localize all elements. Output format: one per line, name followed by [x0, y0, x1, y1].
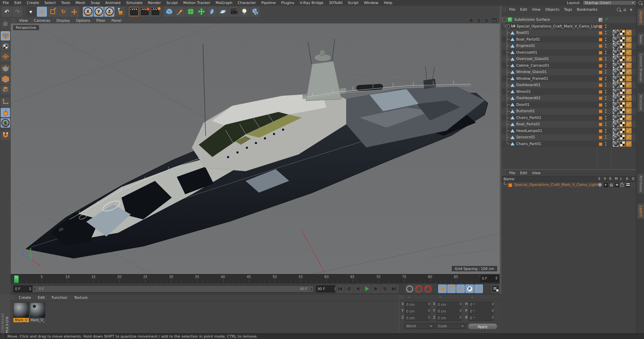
spinner-arrows[interactable]: [460, 309, 462, 312]
workplane-mode-button[interactable]: [1, 52, 10, 61]
visibility-dots[interactable]: [605, 44, 606, 48]
uvw-tag[interactable]: [620, 50, 625, 55]
object-manager-menu-view[interactable]: View: [530, 7, 543, 12]
redo-button[interactable]: ↷: [12, 7, 22, 17]
layer-color-tag[interactable]: [599, 110, 602, 113]
layer-color-tag[interactable]: [599, 103, 602, 107]
visibility-dots[interactable]: [605, 129, 606, 133]
spinner-arrows[interactable]: [428, 309, 430, 312]
lock-x-axis-button[interactable]: X: [83, 7, 93, 17]
expander-icon[interactable]: [506, 24, 509, 28]
layer-manager-menu-view[interactable]: View: [530, 171, 543, 175]
tree-row-headlamps01[interactable]: HeadLamps01: [501, 128, 636, 134]
texture-mode-button[interactable]: [1, 42, 10, 51]
uvw-tag[interactable]: [620, 56, 625, 62]
render-toggle-icon[interactable]: [609, 183, 613, 187]
phong-tag[interactable]: [626, 102, 632, 108]
solo-toggle-icon[interactable]: [598, 183, 602, 187]
enabled-toggle[interactable]: [598, 18, 603, 22]
layer-color-tag[interactable]: [599, 129, 602, 133]
apply-button[interactable]: Apply: [468, 323, 497, 330]
menu-help[interactable]: Help: [381, 1, 395, 5]
camera-view-label[interactable]: Perspective: [13, 25, 39, 30]
layer-color-tag[interactable]: [599, 44, 602, 48]
uvw-tag[interactable]: [620, 128, 625, 134]
visibility-dots[interactable]: [605, 70, 606, 74]
enable-axis-mode-button[interactable]: [1, 97, 10, 107]
menu-3dtoall[interactable]: 3DToAll: [326, 1, 345, 5]
visibility-dots[interactable]: [605, 109, 606, 113]
tree-row-boat-parts01[interactable]: Boat_Parts01: [501, 36, 636, 43]
manager-toggle-icon[interactable]: [615, 183, 619, 187]
home-icon[interactable]: ⌂: [624, 7, 626, 12]
render-view-button[interactable]: [129, 7, 139, 17]
preview-range-slider[interactable]: 0 F 90 F: [32, 285, 314, 292]
material-menu-create[interactable]: Create: [15, 295, 35, 300]
layer-color-tag[interactable]: [599, 70, 602, 74]
tab-objects[interactable]: Objects: [637, 8, 644, 26]
phong-tag[interactable]: [626, 69, 632, 75]
layer-color-tag[interactable]: [599, 90, 602, 94]
visibility-dots[interactable]: [605, 122, 606, 126]
panel-grip[interactable]: [11, 295, 15, 300]
autokeying-button[interactable]: [414, 284, 423, 293]
phong-tag[interactable]: [626, 43, 632, 49]
mograph-cloner-button[interactable]: [196, 7, 206, 17]
maximize-view-icon[interactable]: [492, 18, 497, 23]
panel-grip[interactable]: [502, 171, 506, 176]
uvw-tag[interactable]: [620, 82, 625, 88]
key-parameter-button[interactable]: P: [465, 284, 474, 293]
coordinate-system-button[interactable]: [115, 7, 125, 17]
layer-color-swatch[interactable]: [508, 183, 512, 187]
viewport-menu-cameras[interactable]: Cameras: [31, 18, 53, 23]
render-to-picture-viewer-button[interactable]: [140, 7, 150, 17]
keyframe-selection-button[interactable]: [423, 284, 432, 293]
uvw-tag[interactable]: [620, 76, 625, 81]
material-mark-v[interactable]: Mark_V: [13, 302, 29, 322]
uvw-tag[interactable]: [620, 108, 625, 114]
record-active-objects-button[interactable]: [405, 284, 414, 293]
phong-tag[interactable]: [626, 121, 632, 127]
object-manager-menu-edit[interactable]: Edit: [518, 7, 529, 12]
spinner-arrows[interactable]: [495, 276, 497, 280]
menu-animate[interactable]: Animate: [103, 1, 123, 5]
tree-row-window-frame01[interactable]: Window_Frame01: [501, 75, 636, 82]
lock-toggle-icon[interactable]: [620, 184, 624, 187]
layer-color-tag[interactable]: [599, 25, 602, 28]
layer-color-tag[interactable]: [599, 83, 602, 87]
spinner-arrows[interactable]: [428, 316, 430, 319]
edit-render-settings-button[interactable]: [150, 7, 160, 17]
live-selection-button[interactable]: [26, 7, 36, 17]
tree-row-chairs-part02[interactable]: Chairs_Part02: [501, 115, 636, 121]
object-manager-menu-file[interactable]: File: [507, 7, 518, 12]
lock-y-axis-button[interactable]: Y: [94, 7, 104, 17]
pan-view-icon[interactable]: [469, 18, 474, 23]
layer-name[interactable]: Special_Operations_Craft_Mark_V_Camo_Lig…: [514, 183, 598, 187]
uvw-tag[interactable]: [620, 69, 625, 75]
menu-character[interactable]: Character: [235, 1, 259, 5]
material-menu-texture[interactable]: Texture: [71, 295, 91, 300]
layer-color-tag[interactable]: [599, 77, 602, 81]
key-position-button[interactable]: [438, 284, 447, 293]
menu-mograph[interactable]: MoGraph: [213, 1, 235, 5]
previous-frame-button[interactable]: [354, 284, 362, 293]
uvw-tag[interactable]: [620, 89, 625, 94]
uvw-tag[interactable]: [620, 115, 625, 121]
menu-simulate[interactable]: Simulate: [123, 1, 145, 5]
range-left-arrow[interactable]: [34, 288, 35, 290]
view-toggle-icon[interactable]: [604, 183, 608, 187]
floor-environment-button[interactable]: [218, 7, 228, 17]
tree-row-sensors01[interactable]: Sensors01: [501, 134, 636, 141]
go-to-next-key-button[interactable]: ↻: [381, 284, 389, 293]
position-x-field[interactable]: 0 cm: [405, 302, 430, 308]
key-rotation-button[interactable]: ↻: [456, 284, 465, 293]
visibility-dots[interactable]: [605, 24, 606, 28]
material-tag[interactable]: [613, 128, 619, 134]
add-icon[interactable]: +: [629, 7, 633, 12]
phong-tag[interactable]: [626, 76, 632, 81]
animation-toggle-icon[interactable]: [626, 183, 630, 187]
phong-tag[interactable]: [626, 89, 632, 94]
material-tag[interactable]: [613, 63, 619, 68]
search-icon[interactable]: [617, 8, 621, 11]
tab-takes[interactable]: Takes: [637, 32, 644, 46]
